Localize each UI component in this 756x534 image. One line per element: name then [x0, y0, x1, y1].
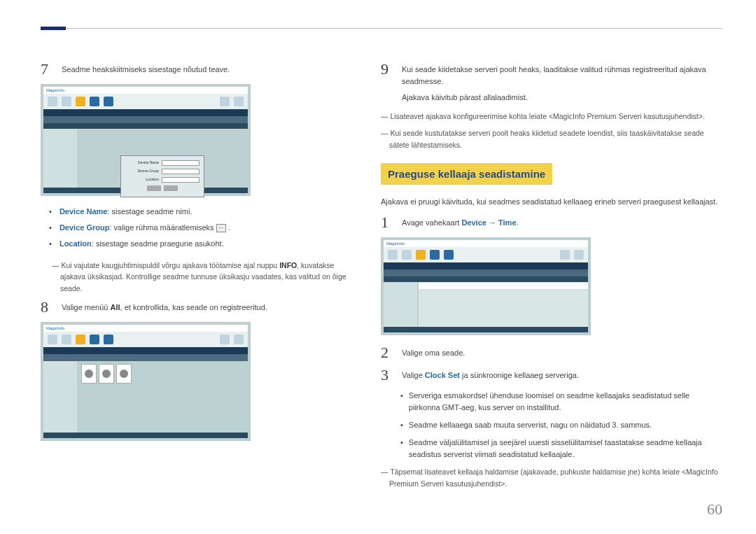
toolbar-icon [76, 97, 85, 106]
dlg-field [162, 169, 200, 174]
bullet-device-name: Device Name: sisestage seadme nimi. [49, 206, 356, 218]
step-2: 2 Valige oma seade. [381, 345, 722, 360]
toolbar-icon [574, 250, 584, 260]
toolbar-icon [62, 97, 71, 106]
list-row [419, 283, 588, 290]
device-card [116, 364, 132, 384]
bullet-list: Device Name: sisestage seadme nimi. Devi… [49, 206, 356, 250]
ss-main [78, 361, 248, 433]
dlg-label: Location [146, 177, 159, 183]
header-accent [41, 27, 66, 30]
step-text: Valige Clock Set ja sünkroonige kellaaeg… [402, 367, 722, 383]
t-post: . [517, 218, 519, 227]
ss-toolbar [43, 332, 248, 347]
dlg-btn [147, 185, 161, 191]
toolbar-icon [388, 250, 398, 260]
step-1: 1 Avage vahekaart Device → Time. [381, 215, 722, 230]
t-arrow: → [486, 218, 498, 227]
sub-bullet: Serveriga esmakordsel ühenduse loomisel … [400, 390, 722, 414]
ss-subtabs [43, 354, 248, 361]
toolbar-icon [90, 335, 99, 344]
ss-main [419, 282, 588, 327]
step-text: Avage vahekaart Device → Time. [402, 215, 722, 230]
toolbar-icon [48, 97, 57, 106]
note-config: Lisateavet ajakava konfigureerimise koht… [381, 111, 722, 122]
ss-tabs [43, 109, 248, 116]
ss-sidebar [384, 282, 417, 327]
ss-footer [384, 327, 588, 332]
dlg-label: Device Name [138, 160, 159, 166]
ss-row-head [43, 123, 248, 129]
step-3: 3 Valige Clock Set ja sünkroonige kellaa… [381, 367, 722, 383]
toolbar-icon [220, 335, 230, 344]
ss-toolbar [43, 94, 248, 109]
ss-title: MagicInfo [384, 240, 588, 247]
bullet-tail: : sisestage seadme praegune asukoht. [92, 239, 224, 248]
dlg-btn [164, 185, 178, 191]
ss-row-head [384, 276, 588, 282]
ss-title: MagicInfo [43, 87, 248, 94]
ss-title: MagicInfo [43, 325, 248, 332]
device-icon [120, 370, 128, 378]
bullet-tail: : valige rühma määratlemiseks [109, 223, 216, 232]
note-info: Kui vajutate kaugjuhtimispuldil võrgu aj… [41, 260, 356, 294]
step-number: 9 [381, 62, 393, 104]
left-column: 7 Seadme heakskiitmiseks sisestage nõutu… [41, 62, 356, 495]
ss-tabs [43, 347, 248, 354]
step-number: 1 [381, 215, 393, 230]
step-number: 3 [381, 367, 393, 383]
step-text: Valige oma seade. [402, 345, 722, 360]
step-number: 2 [381, 345, 393, 360]
section-intro: Ajakava ei pruugi käivituda, kui seadmes… [381, 196, 722, 208]
t-b2: Time [498, 218, 516, 227]
toolbar-icon [104, 97, 113, 106]
step9-line2: Ajakava käivitub pärast allalaadimist. [402, 92, 722, 104]
ss-body: Device Name Device Group Location [43, 129, 248, 188]
sub-bullet: Seadme kellaaega saab muuta serverist, n… [400, 419, 722, 431]
header-rule [41, 28, 722, 29]
page-number: 60 [707, 500, 722, 519]
ss-dialog: Device Name Device Group Location [120, 155, 204, 197]
ss-body [43, 361, 248, 433]
screenshot-all-menu: MagicInfo [41, 322, 251, 441]
ss-main: Device Name Device Group Location [78, 129, 248, 188]
bullet-device-group: Device Group: valige rühma määratlemisek… [49, 222, 356, 234]
ellipsis-button-icon: ··· [216, 224, 226, 232]
t-post: ja sünkroonige kellaaeg serveriga. [460, 371, 579, 379]
sub-bullet: Seadme väljalülitamisel ja seejärel uues… [400, 437, 722, 461]
ss-toolbar [384, 247, 588, 262]
toolbar-icon [234, 335, 244, 344]
t-b: Clock Set [425, 371, 460, 379]
sb-text: Serveriga esmakordsel ühenduse loomisel … [409, 390, 722, 414]
ss-footer [43, 433, 248, 438]
step-8: 8 Valige menüü All, et kontrollida, kas … [41, 300, 356, 315]
device-icon [85, 370, 93, 378]
section-heading-wrap: Praeguse kellaaja seadistamine [381, 156, 722, 192]
step-number: 8 [41, 300, 53, 315]
t-post: , et kontrollida, kas seade on registree… [120, 303, 267, 311]
bullet-label: Location [59, 239, 92, 248]
toolbar-icon [402, 250, 412, 260]
dlg-field [162, 177, 200, 183]
toolbar-icon [104, 335, 113, 344]
ss-sidebar [43, 129, 77, 188]
sb-text: Seadme kellaaega saab muuta serverist, n… [409, 419, 652, 431]
bullet-label: Device Name [59, 207, 108, 216]
toolbar-icon [48, 335, 57, 344]
bullet-location: Location: sisestage seadme praegune asuk… [49, 238, 356, 250]
dlg-field [162, 160, 200, 166]
step-7: 7 Seadme heakskiitmiseks sisestage nõutu… [41, 62, 356, 77]
ss-body [384, 282, 588, 327]
toolbar-icon [416, 250, 426, 260]
t-b1: Device [461, 218, 486, 227]
note-pre: Kui vajutate kaugjuhtimispuldil võrgu aj… [61, 261, 279, 269]
right-column: 9 Kui seade kiidetakse serveri poolt hea… [381, 62, 722, 495]
note-delete: Kui seade kustutatakse serveri poolt hea… [381, 127, 722, 150]
screenshot-approve-device: MagicInfo Device Name Device Grou [41, 84, 251, 196]
ss-subtabs [43, 116, 248, 123]
device-card [99, 364, 114, 384]
toolbar-icon [90, 97, 99, 106]
toolbar-icon [560, 250, 570, 260]
bullet-tail: : sisestage seadme nimi. [107, 207, 192, 216]
toolbar-icon [62, 335, 71, 344]
